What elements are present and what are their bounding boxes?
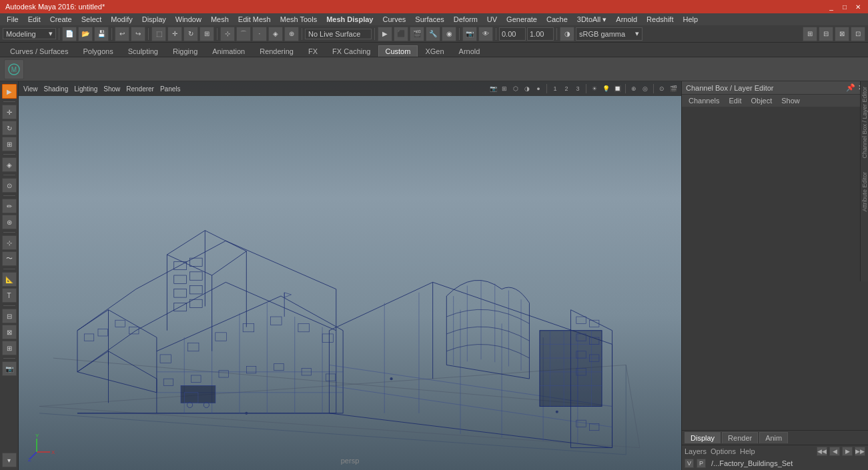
vp-icon-res3[interactable]: 3 <box>572 83 583 94</box>
menu-window[interactable]: Window <box>171 15 205 24</box>
menu-display[interactable]: Display <box>138 15 170 24</box>
scale-tool-button[interactable]: ⊞ <box>199 27 214 41</box>
menu-arnold[interactable]: Arnold <box>612 15 641 24</box>
menu-create[interactable]: Create <box>46 15 76 24</box>
save-scene-button[interactable]: 💾 <box>94 27 109 41</box>
last-tool-lt[interactable]: ◈ <box>2 157 17 172</box>
layer-nav-next2[interactable]: ▶▶ <box>855 447 865 456</box>
move-tool-button[interactable]: ✛ <box>167 27 182 41</box>
vp-icon-light1[interactable]: ☀ <box>589 83 600 94</box>
camera-lt[interactable]: 📷 <box>2 361 17 376</box>
maximize-button[interactable]: □ <box>840 2 849 11</box>
menu-cache[interactable]: Cache <box>542 15 572 24</box>
vp-icon-res2[interactable]: 2 <box>561 83 572 94</box>
vp-menu-show[interactable]: Show <box>101 85 122 93</box>
layers-options[interactable]: Options <box>711 447 736 455</box>
paint-lt[interactable]: ✏ <box>2 199 17 213</box>
vp-menu-shading[interactable]: Shading <box>42 85 71 93</box>
attribute-editor-side-label[interactable]: Attribute Editor <box>861 172 868 212</box>
right-tool-3[interactable]: ⊠ <box>835 27 849 41</box>
menu-mesh[interactable]: Mesh <box>207 15 233 24</box>
text-lt[interactable]: T <box>2 288 17 303</box>
minimize-button[interactable]: _ <box>827 2 836 11</box>
menu-surfaces[interactable]: Surfaces <box>411 15 448 24</box>
vp-menu-view[interactable]: View <box>21 85 40 93</box>
undo-button[interactable]: ↩ <box>115 27 129 41</box>
shelf-tab-fx[interactable]: FX <box>301 45 325 57</box>
bp-tab-render[interactable]: Render <box>722 432 758 443</box>
viewport-panel[interactable]: View Shading Lighting Show Renderer Pane… <box>19 81 681 470</box>
vp-icon-shade2[interactable]: ● <box>533 83 544 94</box>
vp-icon-grid[interactable]: ⊞ <box>499 83 510 94</box>
display-lt-2[interactable]: ⊠ <box>2 325 17 339</box>
render-btn-3[interactable]: 🎬 <box>410 27 424 41</box>
vp-menu-panels[interactable]: Panels <box>158 85 183 93</box>
shelf-tab-rendering[interactable]: Rendering <box>252 45 301 57</box>
right-tool-1[interactable]: ⊞ <box>803 27 817 41</box>
rotate-lt[interactable]: ↻ <box>2 121 17 135</box>
vp-icon-shadow[interactable]: 🔲 <box>612 83 622 94</box>
channel-box-pin[interactable]: 📌 <box>846 83 855 92</box>
menu-file[interactable]: File <box>3 15 23 24</box>
shelf-tab-fxcaching[interactable]: FX Caching <box>325 45 378 57</box>
layers-help[interactable]: Help <box>740 447 755 455</box>
vp-icon-extra2[interactable]: 🎬 <box>668 83 679 94</box>
menu-generate[interactable]: Generate <box>502 15 541 24</box>
scale-lt[interactable]: ⊞ <box>2 137 17 151</box>
layer-nav-prev2[interactable]: ◀◀ <box>817 447 827 456</box>
camera-btn[interactable]: 📷 <box>462 27 477 41</box>
shelf-tab-custom[interactable]: Custom <box>378 45 418 57</box>
right-tool-4[interactable]: ⊡ <box>851 27 865 41</box>
open-scene-button[interactable]: 📂 <box>78 27 93 41</box>
layer-nav-prev[interactable]: ◀ <box>829 447 840 456</box>
attribute-editor-tab[interactable]: Channel Box / Layer Editor Attribute Edi… <box>860 81 868 281</box>
vp-icon-res1[interactable]: 1 <box>550 83 560 94</box>
menu-mesh-tools[interactable]: Mesh Tools <box>276 15 321 24</box>
value-y-input[interactable]: 1.00 <box>527 27 554 41</box>
menu-select[interactable]: Select <box>77 15 106 24</box>
vp-icon-iso[interactable]: ⊕ <box>628 83 639 94</box>
select-tool-button[interactable]: ⬚ <box>151 27 166 41</box>
snap-lt[interactable]: ⊹ <box>2 235 17 250</box>
cb-tab-object[interactable]: Object <box>747 96 776 105</box>
expand-lt[interactable]: ▾ <box>2 453 17 467</box>
display-lt-3[interactable]: ⊞ <box>2 341 17 355</box>
close-button[interactable]: ✕ <box>853 2 863 11</box>
menu-modify[interactable]: Modify <box>107 15 136 24</box>
vp-menu-lighting[interactable]: Lighting <box>72 85 99 93</box>
shelf-tab-arnold[interactable]: Arnold <box>452 45 488 57</box>
curve-lt[interactable]: 〜 <box>2 251 17 266</box>
vp-icon-shade1[interactable]: ◑ <box>522 83 532 94</box>
channel-box-side-label[interactable]: Channel Box / Layer Editor <box>861 87 868 159</box>
window-controls[interactable]: _ □ ✕ <box>827 2 863 11</box>
redo-button[interactable]: ↪ <box>131 27 145 41</box>
vp-icon-cam[interactable]: 📷 <box>488 83 498 94</box>
select-tool-lt[interactable]: ▶ <box>2 84 17 99</box>
menu-mesh-display[interactable]: Mesh Display <box>322 15 377 24</box>
render-btn-2[interactable]: ⬛ <box>394 27 408 41</box>
shelf-tab-sculpting[interactable]: Sculpting <box>121 45 165 57</box>
rotate-tool-button[interactable]: ↻ <box>183 27 198 41</box>
snap-surface-button[interactable]: ◈ <box>268 27 283 41</box>
bp-tab-anim[interactable]: Anim <box>759 432 788 443</box>
sculpt-lt[interactable]: ⊛ <box>2 215 17 229</box>
color-profile-select[interactable]: sRGB gamma ▾ <box>576 27 642 41</box>
display-lt-1[interactable]: ⊟ <box>2 309 17 323</box>
menu-3dtoall[interactable]: 3DtoAll ▾ <box>573 15 611 25</box>
cb-tab-channels[interactable]: Channels <box>685 96 723 105</box>
value-x-input[interactable]: 0.00 <box>499 27 526 41</box>
move-lt[interactable]: ✛ <box>2 105 17 119</box>
right-tool-2[interactable]: ⊟ <box>819 27 833 41</box>
menu-edit[interactable]: Edit <box>24 15 45 24</box>
menu-redshift[interactable]: Redshift <box>642 15 677 24</box>
display-btn[interactable]: 👁 <box>478 27 493 41</box>
render-btn-4[interactable]: 🔧 <box>426 27 440 41</box>
layers-label[interactable]: Layers <box>685 447 707 455</box>
vp-icon-sel[interactable]: ◎ <box>640 83 650 94</box>
measure-lt[interactable]: 📐 <box>2 272 17 287</box>
mode-selector[interactable]: Modeling ▾ <box>3 28 56 39</box>
menu-curves[interactable]: Curves <box>379 15 410 24</box>
shelf-tab-xgen[interactable]: XGen <box>418 45 451 57</box>
menu-deform[interactable]: Deform <box>450 15 482 24</box>
snap-curve-button[interactable]: ⌒ <box>236 27 251 41</box>
